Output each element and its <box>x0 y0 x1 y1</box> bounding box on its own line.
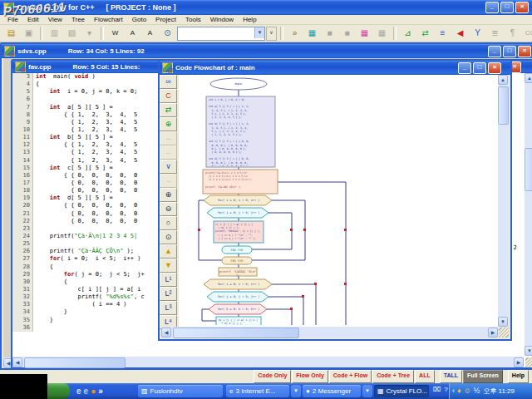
flowchart-close-button[interactable]: × <box>488 62 501 74</box>
fav-scroll-up-icon[interactable]: ▲ <box>525 73 532 83</box>
fav-vscroll-thumb[interactable] <box>525 148 532 191</box>
monitor-sync-icon[interactable]: ▦ <box>374 26 390 42</box>
stop-icon[interactable]: ■ <box>322 26 337 42</box>
sdvs-maximize-button[interactable]: □ <box>503 46 516 57</box>
firebird-icon[interactable]: ● <box>91 383 96 399</box>
fav-resize-grip[interactable] <box>525 357 532 367</box>
menu-view[interactable]: View <box>44 16 66 23</box>
task-button-fusionhdtv[interactable]: ▨Fusionhdtv <box>138 385 223 397</box>
flowchart-scroll-left-icon[interactable]: ◀ <box>161 328 171 337</box>
flowchart-hscroll-thumb[interactable] <box>173 328 299 338</box>
expand-node-icon[interactable]: ∨ <box>160 160 177 174</box>
tray-volume-icon[interactable]: ½ <box>474 383 480 399</box>
menu-file[interactable]: File <box>3 16 22 23</box>
ie-icon[interactable]: e <box>76 383 81 399</box>
search-combobox[interactable]: ▼ <box>177 27 265 41</box>
fit-width-icon[interactable]: ↔ <box>160 131 177 145</box>
menu-flowchart[interactable]: Flowchart <box>90 16 127 23</box>
fav-horizontal-scrollbar[interactable]: ◀ ▶ <box>12 357 524 367</box>
tree-icon[interactable]: Y <box>470 26 485 42</box>
menu-edit[interactable]: Edit <box>23 16 43 23</box>
menu-help[interactable]: Help <box>239 16 260 23</box>
task-button-crystal-flo[interactable]: ▦Crystal FLO... <box>374 385 429 397</box>
swap-icon[interactable]: ⇄ <box>417 26 433 42</box>
copy-icon[interactable]: ▥ <box>47 26 62 42</box>
back-ref-icon[interactable]: ◀ <box>452 26 468 42</box>
menu-project[interactable]: Project <box>151 16 180 23</box>
flowchart-horizontal-scrollbar[interactable]: ◀ ▶ <box>161 327 498 337</box>
menu-tree[interactable]: Tree <box>67 16 89 23</box>
fav-hscroll-thumb[interactable] <box>24 357 126 368</box>
full-screen-button[interactable]: Full Screen <box>463 370 503 383</box>
fav-vertical-scrollbar[interactable]: ▲ ▼ <box>525 73 532 356</box>
list-icon[interactable]: ≡ <box>435 26 451 42</box>
find-icon[interactable]: A <box>142 26 158 42</box>
task-button-3-internet-e[interactable]: e3 Internet E... <box>226 385 289 397</box>
flowchart-scroll-down-icon[interactable]: ▼ <box>498 317 508 327</box>
pause-icon[interactable]: ■ <box>339 26 355 42</box>
teal-doc-icon[interactable]: ▦ <box>304 26 320 42</box>
c-source-icon[interactable]: C <box>160 89 177 103</box>
zoom-in-icon[interactable]: ⊕ <box>160 188 177 202</box>
paste-dropdown-icon[interactable]: ▾ <box>81 26 97 42</box>
paste-icon[interactable]: ▧ <box>64 26 80 42</box>
sdvs-titlebar[interactable]: sdvs.cpp Row: 34 Col: 5 Lines: 92 _ □ × <box>2 44 532 58</box>
search-combo-dropdown-icon[interactable]: ▼ <box>254 27 264 38</box>
find-word-icon[interactable]: W <box>107 26 123 42</box>
flowchart-maximize-button[interactable]: □ <box>473 62 486 74</box>
overflow-chevron-icon[interactable]: » <box>98 383 103 399</box>
all-button[interactable]: ALL <box>415 370 435 383</box>
monitors-icon[interactable]: ▦ <box>357 26 372 42</box>
task-dropdown-2-messenger[interactable]: ▼ <box>362 385 372 397</box>
ime-keyboard-icon[interactable]: ⌧ <box>433 386 441 393</box>
find-next-icon[interactable]: A <box>125 26 140 42</box>
flowchart-vscroll-thumb[interactable] <box>498 86 509 125</box>
page-up-icon[interactable]: ▲ <box>160 244 177 259</box>
flowchart-minimize-button[interactable]: _ <box>458 62 471 74</box>
level-3-button[interactable]: L³ <box>160 301 177 315</box>
flowchart-titlebar[interactable]: Code Flowchart of : main _ □ × <box>160 61 510 75</box>
app-maximize-button[interactable]: □ <box>500 2 514 13</box>
menu-tools[interactable]: Tools <box>181 16 205 23</box>
flowchart-scroll-up-icon[interactable]: ▲ <box>498 75 508 85</box>
sdvs-close-button[interactable]: × <box>518 46 531 57</box>
zoom-fit-icon[interactable]: ⊙ <box>160 230 177 244</box>
code-only-button[interactable]: Code Only <box>254 370 291 383</box>
page-down-icon[interactable]: ▼ <box>160 259 177 273</box>
mail-icon[interactable]: e <box>84 383 89 399</box>
sdvs-minimize-button[interactable]: _ <box>488 46 501 57</box>
fav-scroll-down-icon[interactable]: ▼ <box>525 346 532 356</box>
flowchart-icon[interactable]: ⊿ <box>400 26 416 42</box>
search-history-icon[interactable]: ∨ <box>266 27 277 41</box>
task-dropdown-3-internet-e[interactable]: ▼ <box>291 385 301 397</box>
task-button-2-messenger[interactable]: ●2 Messenger <box>303 385 361 397</box>
cc-icon[interactable]: CC <box>522 26 532 42</box>
flowchart-vertical-scrollbar[interactable]: ▲ ▼ <box>498 75 509 327</box>
level-1-button[interactable]: L¹ <box>160 273 177 287</box>
open-icon[interactable]: ▤ <box>3 26 19 42</box>
globals-icon[interactable]: ¶ <box>505 26 520 42</box>
flowchart-resize-grip[interactable] <box>499 328 509 337</box>
tray-gold-icon[interactable]: ♦ <box>457 383 461 399</box>
collapse-left-icon[interactable]: ← <box>160 145 177 160</box>
zoom-normal-icon[interactable]: ○ <box>160 216 177 230</box>
find-nodes-icon[interactable]: ∞ <box>160 75 177 89</box>
search-icon[interactable]: ⊙ <box>160 26 175 42</box>
help-button[interactable]: Help <box>508 370 529 383</box>
level-2-button[interactable]: L² <box>160 287 177 301</box>
collapse-right-icon[interactable]: → <box>160 174 177 188</box>
tall-button[interactable]: TALL <box>440 370 462 383</box>
save-icon[interactable]: ▣ <box>21 26 37 42</box>
hide-icons-chevron-icon[interactable]: ‹ <box>452 383 455 399</box>
code-tree-button[interactable]: Code + Tree <box>372 370 414 383</box>
fav-scroll-right-icon[interactable]: ▶ <box>514 357 524 367</box>
redraw-icon[interactable]: ⇄ <box>160 103 177 117</box>
menu-window[interactable]: Window <box>206 16 238 23</box>
ime-help-icon[interactable]: ? <box>444 386 447 393</box>
flow-only-button[interactable]: Flow Only <box>292 370 328 383</box>
fav-scroll-left-icon[interactable]: ◀ <box>12 357 22 367</box>
flowchart-canvas[interactable]: main int i = 0, j = 0, k = 0; int a[ 5 ]… <box>179 75 498 327</box>
app-minimize-button[interactable]: _ <box>485 2 499 13</box>
flowchart-scroll-right-icon[interactable]: ▶ <box>488 328 498 337</box>
expand-all-icon[interactable]: ⊕ <box>160 117 177 131</box>
